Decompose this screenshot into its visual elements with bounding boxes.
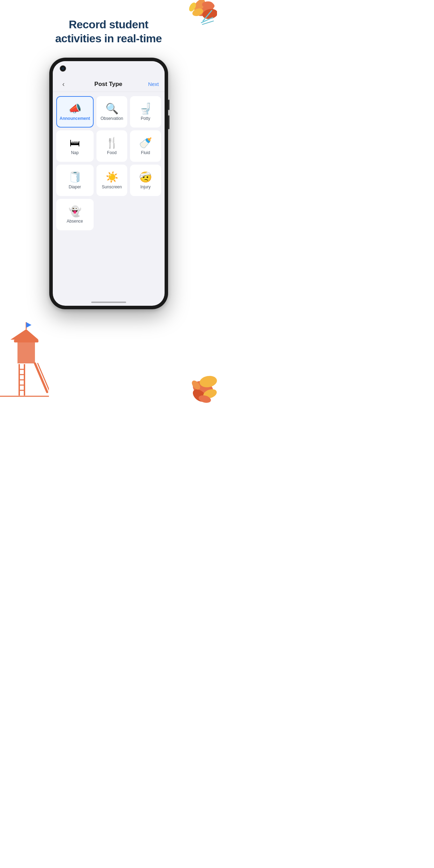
front-camera <box>60 65 66 72</box>
announcement-icon: 📣 <box>68 103 81 114</box>
food-label: Food <box>107 150 116 155</box>
header-title-line2: activities in real-time <box>55 32 162 45</box>
grid-item-nap[interactable]: 🛏Nap <box>56 130 94 162</box>
header-title: Record student activities in real-time <box>21 17 196 45</box>
phone-screen: ‹ Post Type Next 📣Announcement🔍Observati… <box>53 61 165 306</box>
playground-decoration <box>0 319 49 399</box>
nap-label: Nap <box>71 150 79 155</box>
volume-down-button <box>168 115 169 129</box>
potty-label: Potty <box>141 116 150 121</box>
grid-item-absence[interactable]: 👻Absence <box>56 199 94 230</box>
potty-icon: 🚽 <box>139 103 152 114</box>
svg-marker-10 <box>10 329 38 340</box>
fluid-label: Fluid <box>141 150 150 155</box>
grid-item-fluid[interactable]: 🍼Fluid <box>130 130 161 162</box>
status-bar <box>53 61 165 77</box>
grid-item-injury[interactable]: 🤕Injury <box>130 165 161 196</box>
sunscreen-icon: ☀️ <box>106 172 118 182</box>
absence-label: Absence <box>67 219 83 224</box>
bottom-right-decoration <box>179 361 217 406</box>
post-type-grid: 📣Announcement🔍Observation🚽Potty🛏Nap🍴Food… <box>53 92 165 234</box>
svg-rect-13 <box>17 342 35 363</box>
svg-rect-9 <box>14 340 38 342</box>
announcement-label: Announcement <box>60 116 90 121</box>
nap-icon: 🛏 <box>70 138 80 148</box>
grid-item-potty[interactable]: 🚽Potty <box>130 96 161 128</box>
injury-label: Injury <box>140 185 151 189</box>
back-button[interactable]: ‹ <box>58 80 69 88</box>
volume-up-button <box>168 100 169 110</box>
grid-item-sunscreen[interactable]: ☀️Sunscreen <box>96 165 127 196</box>
header-section: Record student activities in real-time <box>0 17 217 45</box>
grid-item-observation[interactable]: 🔍Observation <box>96 96 127 128</box>
food-icon: 🍴 <box>106 138 118 148</box>
next-button[interactable]: Next <box>148 81 159 87</box>
svg-line-21 <box>35 363 47 392</box>
svg-line-22 <box>38 363 49 392</box>
grid-item-announcement[interactable]: 📣Announcement <box>56 96 94 128</box>
sunscreen-label: Sunscreen <box>102 185 122 189</box>
grid-item-food[interactable]: 🍴Food <box>96 130 127 162</box>
observation-label: Observation <box>101 116 123 121</box>
nav-bar: ‹ Post Type Next <box>53 77 165 92</box>
phone-mockup: ‹ Post Type Next 📣Announcement🔍Observati… <box>49 58 168 309</box>
diaper-icon: 🧻 <box>68 172 81 182</box>
injury-icon: 🤕 <box>139 172 152 182</box>
nav-title: Post Type <box>94 81 122 88</box>
phone-body: ‹ Post Type Next 📣Announcement🔍Observati… <box>49 58 168 309</box>
observation-icon: 🔍 <box>106 103 118 114</box>
header-title-line1: Record student <box>69 18 149 31</box>
diaper-label: Diaper <box>68 185 81 189</box>
svg-marker-12 <box>26 322 31 328</box>
absence-icon: 👻 <box>68 206 81 217</box>
home-indicator <box>91 302 126 303</box>
grid-item-diaper[interactable]: 🧻Diaper <box>56 165 94 196</box>
fluid-icon: 🍼 <box>139 138 152 148</box>
